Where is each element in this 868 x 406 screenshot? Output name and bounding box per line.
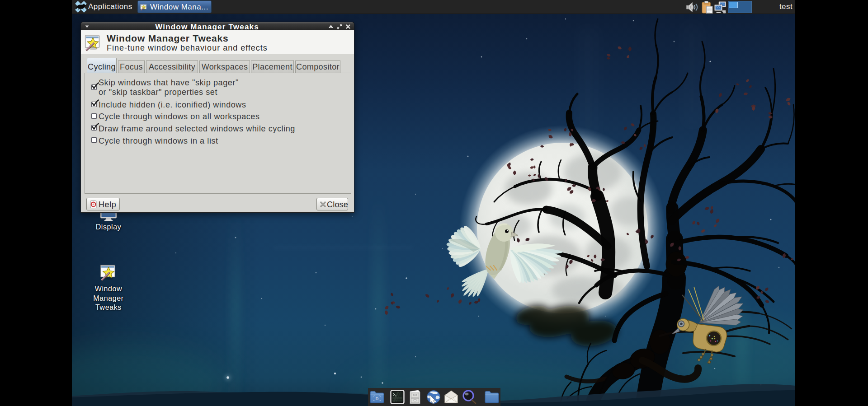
svg-text:D: D bbox=[376, 397, 379, 401]
